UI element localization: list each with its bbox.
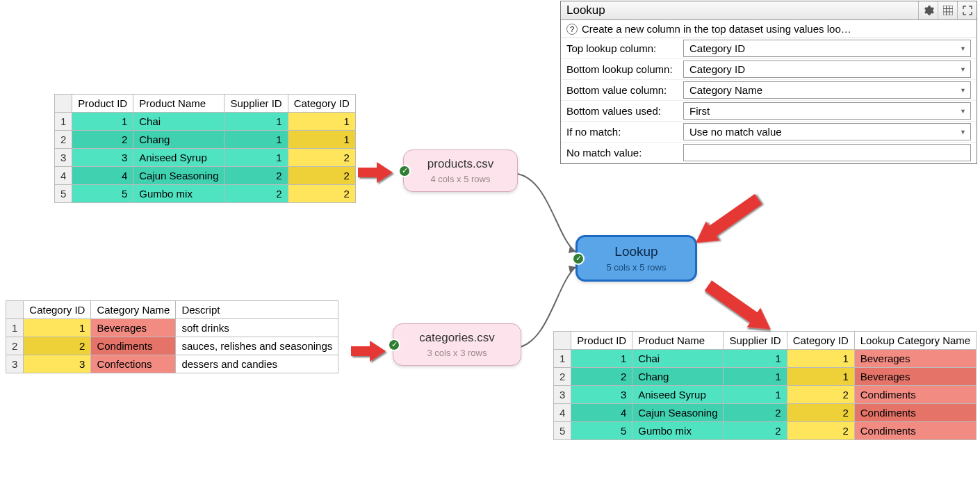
arrow-icon: [694, 278, 791, 348]
node-subtitle: 4 cols x 5 rows: [416, 174, 505, 184]
table-row: 11Chai11Beverages: [554, 350, 977, 368]
check-icon: ✓: [388, 339, 400, 351]
col-category-id: Category ID: [24, 301, 91, 319]
no-match-value-input[interactable]: [683, 144, 971, 161]
col-product-id: Product ID: [571, 332, 632, 350]
table-row: 11Chai11: [55, 113, 356, 131]
expand-icon[interactable]: [957, 1, 977, 19]
field-label: Bottom value column:: [566, 84, 678, 96]
field-label: Top lookup column:: [566, 42, 678, 54]
table-row: 33Aniseed Syrup12Condiments: [554, 386, 977, 404]
col-lookup-category-name: Lookup Category Name: [854, 332, 976, 350]
svg-rect-7: [943, 6, 953, 15]
categories-source-table: Category ID Category Name Descript 11Bev…: [6, 300, 338, 373]
svg-marker-2: [358, 162, 393, 183]
table-row-header-blank: [6, 301, 24, 319]
table-row: 22Condimentssauces, relishes and seasoni…: [6, 337, 338, 355]
check-icon: ✓: [398, 165, 411, 177]
table-row: 22Chang11Beverages: [554, 368, 977, 386]
field-label: No match value:: [566, 147, 678, 159]
col-descript: Descript: [176, 301, 338, 319]
table-row: 33Aniseed Syrup12: [55, 149, 356, 167]
table-row: 22Chang11: [55, 131, 356, 149]
node-subtitle: 5 cols x 5 rows: [590, 262, 683, 273]
svg-marker-3: [351, 341, 386, 362]
table-row: 44Cajun Seasoning22: [55, 167, 356, 185]
help-icon[interactable]: ?: [566, 24, 578, 35]
table-row: 55Gumbo mix22: [55, 185, 356, 203]
svg-marker-6: [701, 278, 778, 339]
node-title: Lookup: [590, 244, 683, 259]
bottom-values-used-select[interactable]: First: [683, 102, 971, 120]
col-category-name: Category Name: [91, 301, 176, 319]
svg-marker-0: [569, 246, 575, 253]
panel-help-text: ? Create a new column in the top dataset…: [561, 20, 977, 38]
bottom-lookup-column-select[interactable]: Category ID: [683, 60, 971, 78]
col-product-id: Product ID: [72, 95, 133, 113]
node-categories-csv[interactable]: ✓ categories.csv 3 cols x 3 rows: [393, 323, 521, 366]
field-label: Bottom lookup column:: [566, 63, 678, 75]
col-product-name: Product Name: [133, 95, 224, 113]
table-row-header-blank: [55, 95, 72, 113]
table-row: 44Cajun Seasoning22Condiments: [554, 404, 977, 422]
col-category-id: Category ID: [288, 95, 355, 113]
svg-marker-1: [569, 266, 575, 273]
node-subtitle: 3 cols x 3 rows: [406, 348, 508, 358]
table-row: 33Confectionsdessers and candies: [6, 355, 338, 373]
arrow-icon: [681, 188, 778, 257]
svg-marker-5: [689, 189, 765, 252]
panel-title: Lookup: [561, 1, 918, 19]
panel-titlebar: Lookup: [561, 1, 977, 20]
field-label: Bottom values used:: [566, 105, 678, 117]
node-title: products.csv: [416, 157, 505, 171]
table-row: 11Beveragessoft drinks: [6, 319, 338, 337]
node-lookup[interactable]: ✓ Lookup 5 cols x 5 rows: [575, 235, 697, 282]
node-products-csv[interactable]: ✓ products.csv 4 cols x 5 rows: [403, 149, 518, 192]
field-label: If no match:: [566, 126, 678, 138]
bottom-value-column-select[interactable]: Category Name: [683, 81, 971, 99]
arrow-icon: [354, 159, 396, 186]
top-lookup-column-select[interactable]: Category ID: [683, 40, 971, 57]
gear-icon[interactable]: [918, 1, 938, 19]
properties-panel: Lookup ? Create a new column in the top …: [560, 1, 977, 164]
col-supplier-id: Supplier ID: [224, 95, 288, 113]
table-row: 55Gumbo mix22Condiments: [554, 422, 977, 440]
table-row-header-blank: [554, 332, 571, 350]
arrow-icon: [348, 337, 389, 365]
node-title: categories.csv: [406, 331, 508, 345]
if-no-match-select[interactable]: Use no match value: [683, 123, 971, 140]
col-category-id: Category ID: [787, 332, 854, 350]
products-source-table: Product ID Product Name Supplier ID Cate…: [54, 94, 356, 203]
check-icon: ✓: [572, 252, 585, 265]
grid-icon[interactable]: [938, 1, 957, 19]
